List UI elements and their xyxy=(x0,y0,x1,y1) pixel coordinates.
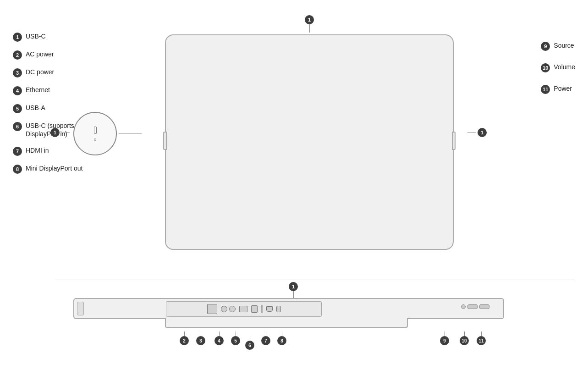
left-magnified-area xyxy=(73,112,142,155)
left-legend-item-3: 3DC power xyxy=(13,68,83,77)
port-usbc-icon xyxy=(94,127,97,134)
port-cluster-area xyxy=(166,301,322,317)
source-button xyxy=(461,304,466,309)
left-legend-item-7: 7HDMI in xyxy=(13,146,83,156)
page: 1USB-C2AC power3DC power4Ethernet5USB-A6… xyxy=(0,0,588,370)
legend-label-2: AC power xyxy=(26,50,54,58)
divider xyxy=(55,280,574,280)
mini-dp-port xyxy=(276,306,281,312)
left-tab xyxy=(163,132,167,150)
volume-button xyxy=(467,304,478,309)
top-callout-line xyxy=(309,24,310,33)
left-legend-item-8: 8Mini DisplayPort out xyxy=(13,164,83,174)
right-legend-item-10: 10Volume xyxy=(541,63,575,72)
badge-6-callout: 6 xyxy=(245,336,254,350)
left-legend-item-2: 2AC power xyxy=(13,50,83,60)
right-legend-item-11: 11Power xyxy=(541,84,575,94)
left-callout-badge-area: 1 xyxy=(50,128,70,137)
port-dot-icon xyxy=(94,138,96,141)
left-legend-item-6: 6USB-C (supports DisplayPort in) xyxy=(13,121,83,138)
legend-label-8: Mini DisplayPort out xyxy=(26,164,83,172)
badge-3-callout: 3 xyxy=(196,331,205,345)
top-callout-badge: 1 xyxy=(305,15,314,24)
legend-badge-4: 4 xyxy=(13,86,22,95)
ac-power-port xyxy=(207,304,217,314)
device-bottom-body xyxy=(73,298,504,319)
left-legend-item-5: 5USB-A xyxy=(13,104,83,113)
front-view: 1 1 1 xyxy=(156,25,463,259)
legend-badge-5: 5 xyxy=(13,104,22,113)
device-body xyxy=(165,34,454,250)
badge-10-callout: 10 xyxy=(460,331,469,345)
badge-7-callout: 7 xyxy=(261,331,270,345)
legend-label-4: Ethernet xyxy=(26,86,50,94)
magnify-connector-line xyxy=(119,133,142,134)
device-stand xyxy=(165,318,408,328)
badge-5-callout: 5 xyxy=(231,331,240,345)
legend-badge-8: 8 xyxy=(13,165,22,174)
dc-ports xyxy=(221,306,236,312)
right-callout-badge-area: 1 xyxy=(467,128,487,137)
left-callout-line xyxy=(61,133,70,133)
usba-port xyxy=(251,305,258,313)
legend-badge-right-9: 9 xyxy=(541,42,550,51)
left-edge-detail xyxy=(77,302,84,315)
badge-9-callout: 9 xyxy=(440,331,449,345)
legend-badge-1: 1 xyxy=(13,33,22,42)
legend-badge-2: 2 xyxy=(13,50,22,60)
right-callout-badge: 1 xyxy=(478,128,487,137)
right-callout-line xyxy=(467,133,476,133)
legend-badge-right-10: 10 xyxy=(541,63,550,72)
legend-label-right-10: Volume xyxy=(554,63,575,71)
right-tab xyxy=(452,132,456,150)
power-button xyxy=(479,304,489,309)
left-legend: 1USB-C2AC power3DC power4Ethernet5USB-A6… xyxy=(13,32,83,174)
hdmi-port xyxy=(266,306,273,312)
bottom-view: 1 xyxy=(73,287,513,358)
ethernet-port xyxy=(239,306,247,312)
legend-badge-right-11: 11 xyxy=(541,85,550,94)
badge-4-callout: 4 xyxy=(214,331,224,345)
legend-label-5: USB-A xyxy=(26,104,45,112)
badge-2-callout: 2 xyxy=(180,331,189,345)
legend-label-3: DC power xyxy=(26,68,54,76)
badge-11-callout: 11 xyxy=(477,331,486,345)
legend-label-7: HDMI in xyxy=(26,146,49,155)
left-legend-item-1: 1USB-C xyxy=(13,32,83,42)
legend-badge-7: 7 xyxy=(13,147,22,156)
right-legend: 9Source10Volume11Power xyxy=(541,41,575,94)
right-side-buttons xyxy=(461,304,489,309)
left-legend-item-4: 4Ethernet xyxy=(13,86,83,95)
legend-badge-3: 3 xyxy=(13,68,22,77)
legend-badge-6: 6 xyxy=(13,122,22,131)
legend-label-right-11: Power xyxy=(554,84,572,93)
legend-label-1: USB-C xyxy=(26,32,46,40)
bottom-top-callout: 1 xyxy=(289,282,298,298)
left-callout-badge: 1 xyxy=(50,128,60,137)
legend-label-right-9: Source xyxy=(554,41,574,50)
divider-line-1 xyxy=(261,305,263,313)
badge-8-callout: 8 xyxy=(277,331,286,345)
right-legend-item-9: 9Source xyxy=(541,41,575,51)
